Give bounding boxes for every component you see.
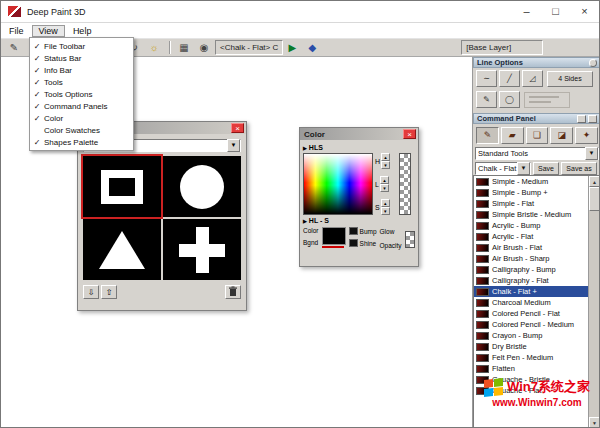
list-item[interactable]: Colored Pencil - Flat <box>474 308 588 319</box>
brush-preset-select[interactable]: Chalk - Flat ▼ <box>475 162 531 175</box>
glow-label[interactable]: Glow <box>380 228 402 235</box>
current-color-swatch[interactable] <box>322 227 346 248</box>
shine-swatch[interactable] <box>349 239 358 247</box>
list-item[interactable]: Calligraphy - Bump <box>474 264 588 275</box>
save-button[interactable]: Save <box>533 162 559 175</box>
screen-icon[interactable]: ▦ <box>175 39 193 56</box>
menu-item-tools-options[interactable]: ✓Tools Options <box>30 88 133 100</box>
paint-brush-tool-icon[interactable]: ✎ <box>476 127 499 144</box>
shape-tile-square[interactable] <box>83 156 161 217</box>
list-item[interactable]: Crayon - Bump <box>474 330 588 341</box>
list-item[interactable]: Felt Pen - Medium <box>474 352 588 363</box>
brush-name: Charcoal Medium <box>492 298 551 307</box>
minimize-button[interactable]: – <box>512 1 541 23</box>
list-item[interactable]: Simple - Flat <box>474 198 588 209</box>
menu-help[interactable]: Help <box>66 25 99 37</box>
lightbulb-icon[interactable]: ☼ <box>145 39 163 56</box>
maximize-button[interactable]: □ <box>541 1 570 23</box>
menu-item-command-panels[interactable]: ✓Command Panels <box>30 100 133 112</box>
spin-up-icon[interactable]: ▴ <box>381 153 390 161</box>
title-bar[interactable]: Deep Paint 3D – □ × <box>1 1 599 23</box>
foreground-color-swatch[interactable] <box>322 227 346 245</box>
menu-item-status-bar[interactable]: ✓Status Bar <box>30 52 133 64</box>
spin-down-icon[interactable]: ▾ <box>380 184 389 192</box>
menu-item-label: Tools Options <box>44 90 92 99</box>
camera-icon[interactable]: ◉ <box>195 39 213 56</box>
artist-palette-icon[interactable]: ✦ <box>575 127 598 144</box>
panel-knob-icon[interactable] <box>589 59 597 67</box>
list-item[interactable]: Dry Bristle <box>474 341 588 352</box>
list-item[interactable]: Simple Bristle - Medium <box>474 209 588 220</box>
play-icon[interactable]: ▶ <box>283 39 301 56</box>
scroll-up-icon[interactable]: ▲ <box>589 176 600 187</box>
move-down-icon[interactable]: ⇩ <box>83 285 99 299</box>
pencil-icon[interactable]: ✎ <box>5 39 23 56</box>
list-item[interactable]: Charcoal Medium <box>474 297 588 308</box>
list-item[interactable]: Simple - Medium <box>474 176 588 187</box>
menu-item-info-bar[interactable]: ✓Info Bar <box>30 64 133 76</box>
scroll-down-icon[interactable]: ▼ <box>589 417 600 428</box>
tool-category-select[interactable]: Standard Tools ▼ <box>475 147 599 160</box>
brush-name: Simple - Bump + <box>492 188 548 197</box>
shape-tile-triangle[interactable] <box>83 219 161 280</box>
menu-file[interactable]: File <box>2 25 31 37</box>
menu-item-file-toolbar[interactable]: ✓File Toolbar <box>30 40 133 52</box>
edit-points-button[interactable]: ✎ <box>476 91 497 108</box>
menu-item-tools[interactable]: ✓Tools <box>30 76 133 88</box>
close-icon[interactable]: × <box>403 129 416 139</box>
material-icon[interactable]: ◆ <box>303 39 321 56</box>
panel-dock-icon[interactable] <box>577 115 586 123</box>
list-item[interactable]: Acrylic - Bump <box>474 220 588 231</box>
color-mode-top[interactable]: ▶ HLS <box>303 143 415 152</box>
shine-row[interactable]: Shine <box>349 239 377 247</box>
list-item[interactable]: Calligraphy - Flat <box>474 275 588 286</box>
menu-view[interactable]: View <box>32 25 65 37</box>
color-mode-bottom[interactable]: ▶ HL - S <box>303 216 415 225</box>
eraser-tool-icon[interactable]: ◪ <box>550 127 573 144</box>
shape-tile-circle[interactable] <box>163 156 241 217</box>
close-icon[interactable]: × <box>231 123 244 133</box>
save-as-button[interactable]: Save as <box>561 162 597 175</box>
layer-selector[interactable]: [Base Layer] <box>461 40 543 55</box>
spin-up-icon[interactable]: ▴ <box>381 199 390 207</box>
menu-item-color-swatches[interactable]: Color Swatches <box>30 124 133 136</box>
list-item[interactable]: Colored Pencil - Medium <box>474 319 588 330</box>
opacity-label[interactable]: Opacity <box>380 242 402 249</box>
shape-tile-cross[interactable] <box>163 219 241 280</box>
list-item-selected[interactable]: Chalk - Flat + <box>474 286 588 297</box>
saturation-strip[interactable] <box>399 153 411 215</box>
chalk-tool-icon[interactable]: ▰ <box>501 127 524 144</box>
chevron-down-icon[interactable]: ▼ <box>585 147 598 160</box>
list-item[interactable]: Air Brush - Sharp <box>474 253 588 264</box>
menu-item-shapes-palette[interactable]: ✓Shapes Palette <box>30 136 133 148</box>
spin-down-icon[interactable]: ▾ <box>381 161 390 169</box>
freehand-line-button[interactable]: ∼ <box>476 70 497 87</box>
list-item[interactable]: Simple - Bump + <box>474 187 588 198</box>
panel-menu-icon[interactable] <box>588 115 597 123</box>
color-mode-top-label: HLS <box>309 144 323 151</box>
list-item[interactable]: Acrylic - Flat <box>474 231 588 242</box>
straight-line-button[interactable]: ╱ <box>499 70 520 87</box>
clone-tool-icon[interactable]: ❏ <box>526 127 549 144</box>
sides-indicator[interactable]: 4 Sides <box>547 71 593 87</box>
command-panel-header[interactable]: Command Panel <box>473 113 600 124</box>
list-item[interactable]: Flatten <box>474 363 588 374</box>
list-item[interactable]: Air Brush - Flat <box>474 242 588 253</box>
chevron-down-icon[interactable]: ▼ <box>517 162 530 175</box>
closed-shape-button[interactable]: ◯ <box>499 91 520 108</box>
scrollbar-thumb[interactable] <box>589 187 600 211</box>
bump-row[interactable]: Bump <box>349 227 377 235</box>
line-options-header[interactable]: Line Options <box>473 57 600 68</box>
color-window-titlebar[interactable]: Color × <box>300 128 418 140</box>
bump-swatch[interactable] <box>349 227 358 235</box>
polyline-button[interactable]: ◿ <box>522 70 543 87</box>
chevron-down-icon[interactable]: ▼ <box>227 139 240 152</box>
trash-icon[interactable] <box>225 285 241 299</box>
spin-up-icon[interactable]: ▴ <box>380 176 389 184</box>
texture-swatch[interactable] <box>405 231 415 248</box>
spin-down-icon[interactable]: ▾ <box>381 207 390 215</box>
hls-gradient-picker[interactable] <box>303 153 373 215</box>
move-up-icon[interactable]: ⇧ <box>101 285 117 299</box>
menu-item-color[interactable]: ✓Color <box>30 112 133 124</box>
close-button[interactable]: × <box>570 1 599 23</box>
